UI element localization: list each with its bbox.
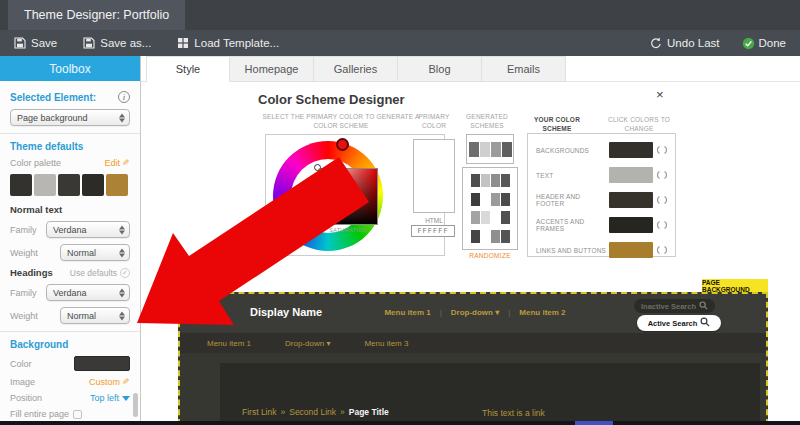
breadcrumb: First Link » Second Link » Page Title (242, 407, 389, 417)
randomize-button[interactable]: RANDOMIZE (450, 252, 530, 259)
background-color-label: Color (10, 359, 32, 369)
background-color-swatch[interactable] (74, 356, 130, 371)
hue-selector[interactable] (336, 138, 349, 151)
normal-family-value: Verdana (53, 225, 87, 235)
divider (0, 133, 140, 134)
scheme-color-swatch[interactable] (609, 167, 653, 183)
save-label: Save (31, 37, 57, 49)
normal-weight-select[interactable]: Normal (60, 244, 130, 261)
scheme-color-swatch[interactable] (609, 242, 653, 258)
generated-schemes-header: GENERATED SCHEMES (456, 112, 518, 130)
save-button[interactable]: Save (14, 37, 57, 49)
inactive-search-pill[interactable]: Inactive Search (634, 299, 715, 313)
tab-homepage[interactable]: Homepage (230, 56, 314, 82)
bottom-strip (0, 421, 800, 425)
check-icon: ✓ (120, 268, 130, 278)
undo-last-button[interactable]: Undo Last (650, 37, 719, 49)
scheme-row-text: TEXT (536, 167, 667, 183)
page-preview[interactable]: Display Name Menu item 1 | Drop-down ▾ |… (178, 292, 768, 425)
saturation-selector[interactable] (314, 164, 321, 171)
scheme-color-swatch[interactable] (609, 192, 653, 208)
scheme-chip (491, 193, 500, 206)
swap-colors-icon[interactable] (657, 191, 667, 209)
floppy-icon (14, 37, 26, 49)
family-label: Family (10, 225, 37, 235)
edit-palette-link[interactable]: Edit ✎ (104, 158, 130, 168)
theme-defaults-heading: Theme defaults (10, 141, 130, 152)
scheme-color-swatch[interactable] (609, 217, 653, 233)
done-check-icon (742, 37, 754, 49)
swap-colors-icon[interactable] (657, 241, 667, 259)
stepper-icon (119, 288, 125, 297)
generated-scheme-option[interactable] (471, 193, 510, 206)
use-defaults-toggle[interactable]: Use defaults ✓ (70, 268, 130, 278)
palette-swatch (34, 174, 56, 196)
pencil-icon: ✎ (122, 377, 130, 387)
preview-header-band: Display Name Menu item 1 | Drop-down ▾ |… (180, 294, 766, 333)
menu-item[interactable]: Menu item 1 (207, 339, 251, 348)
theme-designer-app: Theme Designer: Portfolio Save Save as..… (0, 0, 800, 425)
menu-item[interactable]: Menu item 2 (519, 308, 565, 317)
menu-item[interactable]: Menu item 3 (364, 339, 408, 348)
scheme-row-links: LINKS AND BUTTONS (536, 242, 667, 258)
window-tab[interactable]: Theme Designer: Portfolio (8, 0, 185, 30)
save-as-label: Save as... (100, 37, 151, 49)
toolbox-body: Selected Element: i Page background Them… (0, 81, 140, 425)
swap-colors-icon[interactable] (657, 141, 667, 159)
dropdown-menu-item[interactable]: Drop-down ▾ (451, 308, 499, 317)
active-search-pill[interactable]: Active Search (637, 315, 721, 331)
swap-colors-icon[interactable] (657, 216, 667, 234)
stepper-icon (119, 311, 125, 320)
selected-element-select[interactable]: Page background (10, 109, 130, 126)
scheme-row-backgrounds: BACKGROUNDS (536, 142, 667, 158)
html-color-input[interactable] (411, 225, 455, 237)
generated-scheme-current[interactable] (466, 134, 514, 164)
saturation-square[interactable] (318, 168, 378, 225)
color-palette-label: Color palette (10, 158, 61, 168)
close-icon[interactable]: × (656, 87, 664, 102)
tab-galleries[interactable]: Galleries (314, 56, 398, 82)
normal-family-select[interactable]: Verdana (46, 221, 130, 238)
headings-weight-value: Normal (67, 311, 96, 321)
main-tabstrip: Style Homepage Galleries Blog Emails (141, 56, 800, 82)
dropdown-menu-item[interactable]: Drop-down ▾ (285, 339, 330, 348)
html-label: HTML (408, 217, 460, 224)
scheme-chip (481, 174, 490, 187)
scheme-row-label: LINKS AND BUTTONS (536, 247, 609, 254)
window-titlebar: Theme Designer: Portfolio (0, 0, 800, 30)
generated-scheme-option[interactable] (471, 211, 510, 224)
sidebar-scrollbar[interactable] (133, 393, 138, 417)
display-name[interactable]: Display Name (250, 306, 322, 318)
info-icon[interactable]: i (118, 91, 130, 103)
fill-entire-page-checkbox[interactable] (73, 410, 82, 419)
scheme-chip (501, 174, 510, 187)
breadcrumb-link[interactable]: First Link (242, 407, 276, 417)
breadcrumb-link[interactable]: Second Link (289, 407, 336, 417)
stepper-icon (119, 113, 125, 122)
scheme-chip (481, 211, 490, 224)
custom-image-link[interactable]: Custom ✎ (89, 377, 130, 387)
headings-family-select[interactable]: Verdana (46, 284, 130, 301)
swap-colors-icon[interactable] (657, 166, 667, 184)
link-text[interactable]: This text is a link (482, 408, 545, 418)
headings-weight-select[interactable]: Normal (60, 307, 130, 324)
save-as-button[interactable]: Save as... (83, 37, 151, 49)
palette-swatch (58, 174, 80, 196)
undo-icon (650, 37, 662, 49)
scheme-chip (469, 142, 479, 157)
color-palette-swatches (10, 174, 130, 196)
tab-emails[interactable]: Emails (482, 56, 566, 82)
tab-blog[interactable]: Blog (398, 56, 482, 82)
palette-swatch (82, 174, 104, 196)
done-button[interactable]: Done (742, 37, 787, 49)
tab-style[interactable]: Style (146, 56, 230, 82)
floppy-icon (83, 37, 95, 49)
menu-item[interactable]: Menu item 1 (384, 308, 430, 317)
load-template-button[interactable]: Load Template... (177, 37, 279, 49)
primary-color-swatch[interactable] (413, 139, 455, 213)
generated-scheme-option[interactable] (471, 230, 510, 243)
primary-color-header: PRIMARY COLOR (410, 112, 458, 130)
position-dropdown[interactable]: Top left (90, 393, 130, 403)
generated-scheme-option[interactable] (471, 174, 510, 187)
scheme-color-swatch[interactable] (609, 142, 653, 158)
